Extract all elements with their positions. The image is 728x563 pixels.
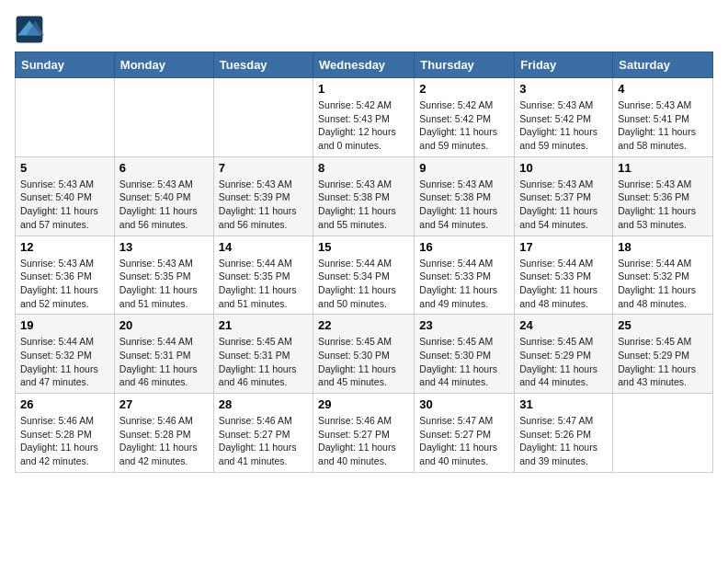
calendar-cell: 1Sunrise: 5:42 AM Sunset: 5:43 PM Daylig… (313, 78, 415, 157)
day-info: Sunrise: 5:45 AM Sunset: 5:31 PM Dayligh… (219, 335, 308, 389)
calendar-cell (114, 78, 213, 157)
day-number: 1 (318, 82, 409, 96)
week-row-3: 12Sunrise: 5:43 AM Sunset: 5:36 PM Dayli… (16, 236, 713, 315)
day-number: 8 (318, 161, 409, 175)
day-number: 9 (419, 161, 509, 175)
day-number: 22 (318, 318, 409, 332)
calendar-cell: 14Sunrise: 5:44 AM Sunset: 5:35 PM Dayli… (213, 236, 313, 315)
day-number: 10 (519, 161, 608, 175)
calendar-cell (213, 78, 313, 157)
calendar-cell: 9Sunrise: 5:43 AM Sunset: 5:38 PM Daylig… (415, 156, 515, 236)
day-info: Sunrise: 5:43 AM Sunset: 5:42 PM Dayligh… (519, 98, 608, 153)
day-info: Sunrise: 5:45 AM Sunset: 5:29 PM Dayligh… (618, 335, 708, 389)
day-info: Sunrise: 5:42 AM Sunset: 5:43 PM Dayligh… (318, 98, 409, 153)
day-number: 20 (119, 318, 209, 332)
calendar-cell: 19Sunrise: 5:44 AM Sunset: 5:32 PM Dayli… (16, 315, 115, 394)
calendar-cell: 4Sunrise: 5:43 AM Sunset: 5:41 PM Daylig… (613, 78, 713, 157)
week-row-1: 1Sunrise: 5:42 AM Sunset: 5:43 PM Daylig… (16, 78, 713, 157)
header-tuesday: Tuesday (213, 52, 313, 78)
calendar-cell: 29Sunrise: 5:46 AM Sunset: 5:27 PM Dayli… (313, 394, 415, 473)
page-header (15, 15, 713, 44)
day-number: 4 (618, 82, 708, 96)
calendar-cell: 18Sunrise: 5:44 AM Sunset: 5:32 PM Dayli… (613, 236, 713, 315)
day-number: 28 (219, 397, 308, 411)
day-info: Sunrise: 5:43 AM Sunset: 5:38 PM Dayligh… (419, 178, 509, 232)
day-info: Sunrise: 5:43 AM Sunset: 5:40 PM Dayligh… (20, 178, 109, 232)
day-info: Sunrise: 5:43 AM Sunset: 5:40 PM Dayligh… (119, 178, 209, 232)
day-info: Sunrise: 5:43 AM Sunset: 5:39 PM Dayligh… (219, 178, 308, 232)
day-info: Sunrise: 5:46 AM Sunset: 5:27 PM Dayligh… (219, 414, 308, 468)
header-friday: Friday (515, 52, 613, 78)
day-info: Sunrise: 5:43 AM Sunset: 5:36 PM Dayligh… (20, 257, 109, 311)
day-info: Sunrise: 5:44 AM Sunset: 5:32 PM Dayligh… (618, 257, 708, 311)
calendar-cell: 8Sunrise: 5:43 AM Sunset: 5:38 PM Daylig… (313, 156, 415, 236)
calendar-cell: 16Sunrise: 5:44 AM Sunset: 5:33 PM Dayli… (415, 236, 515, 315)
day-number: 15 (318, 240, 409, 254)
header-thursday: Thursday (415, 52, 515, 78)
day-number: 17 (519, 240, 608, 254)
calendar-cell: 20Sunrise: 5:44 AM Sunset: 5:31 PM Dayli… (114, 315, 213, 394)
calendar-header: SundayMondayTuesdayWednesdayThursdayFrid… (16, 52, 713, 78)
week-row-2: 5Sunrise: 5:43 AM Sunset: 5:40 PM Daylig… (16, 156, 713, 236)
day-number: 30 (419, 397, 509, 411)
calendar-cell: 28Sunrise: 5:46 AM Sunset: 5:27 PM Dayli… (213, 394, 313, 473)
calendar-cell: 25Sunrise: 5:45 AM Sunset: 5:29 PM Dayli… (613, 315, 713, 394)
day-number: 6 (119, 161, 209, 175)
day-number: 29 (318, 397, 409, 411)
calendar-cell (16, 78, 115, 157)
day-number: 2 (419, 82, 509, 96)
logo (15, 15, 48, 44)
calendar-cell: 17Sunrise: 5:44 AM Sunset: 5:33 PM Dayli… (515, 236, 613, 315)
day-info: Sunrise: 5:46 AM Sunset: 5:28 PM Dayligh… (20, 414, 109, 468)
day-number: 16 (419, 240, 509, 254)
calendar-cell: 31Sunrise: 5:47 AM Sunset: 5:26 PM Dayli… (515, 394, 613, 473)
header-saturday: Saturday (613, 52, 713, 78)
day-number: 7 (219, 161, 308, 175)
calendar-cell: 22Sunrise: 5:45 AM Sunset: 5:30 PM Dayli… (313, 315, 415, 394)
day-info: Sunrise: 5:45 AM Sunset: 5:30 PM Dayligh… (318, 335, 409, 389)
day-info: Sunrise: 5:46 AM Sunset: 5:27 PM Dayligh… (318, 414, 409, 468)
logo-icon (15, 15, 44, 44)
day-info: Sunrise: 5:44 AM Sunset: 5:34 PM Dayligh… (318, 257, 409, 311)
day-info: Sunrise: 5:47 AM Sunset: 5:27 PM Dayligh… (419, 414, 509, 468)
day-info: Sunrise: 5:43 AM Sunset: 5:36 PM Dayligh… (618, 178, 708, 232)
day-info: Sunrise: 5:47 AM Sunset: 5:26 PM Dayligh… (519, 414, 608, 468)
calendar-cell: 24Sunrise: 5:45 AM Sunset: 5:29 PM Dayli… (515, 315, 613, 394)
day-info: Sunrise: 5:42 AM Sunset: 5:42 PM Dayligh… (419, 98, 509, 153)
day-number: 18 (618, 240, 708, 254)
calendar-cell: 11Sunrise: 5:43 AM Sunset: 5:36 PM Dayli… (613, 156, 713, 236)
header-sunday: Sunday (16, 52, 115, 78)
day-number: 27 (119, 397, 209, 411)
calendar-cell: 7Sunrise: 5:43 AM Sunset: 5:39 PM Daylig… (213, 156, 313, 236)
calendar-cell: 30Sunrise: 5:47 AM Sunset: 5:27 PM Dayli… (415, 394, 515, 473)
calendar-cell: 27Sunrise: 5:46 AM Sunset: 5:28 PM Dayli… (114, 394, 213, 473)
week-row-5: 26Sunrise: 5:46 AM Sunset: 5:28 PM Dayli… (16, 394, 713, 473)
calendar-cell: 12Sunrise: 5:43 AM Sunset: 5:36 PM Dayli… (16, 236, 115, 315)
day-number: 26 (20, 397, 109, 411)
day-number: 24 (519, 318, 608, 332)
day-number: 5 (20, 161, 109, 175)
calendar-cell: 15Sunrise: 5:44 AM Sunset: 5:34 PM Dayli… (313, 236, 415, 315)
calendar-cell: 21Sunrise: 5:45 AM Sunset: 5:31 PM Dayli… (213, 315, 313, 394)
calendar-cell: 5Sunrise: 5:43 AM Sunset: 5:40 PM Daylig… (16, 156, 115, 236)
day-info: Sunrise: 5:43 AM Sunset: 5:37 PM Dayligh… (519, 178, 608, 232)
day-info: Sunrise: 5:45 AM Sunset: 5:29 PM Dayligh… (519, 335, 608, 389)
day-number: 23 (419, 318, 509, 332)
week-row-4: 19Sunrise: 5:44 AM Sunset: 5:32 PM Dayli… (16, 315, 713, 394)
day-info: Sunrise: 5:44 AM Sunset: 5:35 PM Dayligh… (219, 257, 308, 311)
calendar-cell: 6Sunrise: 5:43 AM Sunset: 5:40 PM Daylig… (114, 156, 213, 236)
day-number: 25 (618, 318, 708, 332)
day-info: Sunrise: 5:44 AM Sunset: 5:31 PM Dayligh… (119, 335, 209, 389)
calendar-cell: 13Sunrise: 5:43 AM Sunset: 5:35 PM Dayli… (114, 236, 213, 315)
day-info: Sunrise: 5:44 AM Sunset: 5:32 PM Dayligh… (20, 335, 109, 389)
day-number: 14 (219, 240, 308, 254)
day-info: Sunrise: 5:43 AM Sunset: 5:41 PM Dayligh… (618, 98, 708, 153)
header-row: SundayMondayTuesdayWednesdayThursdayFrid… (16, 52, 713, 78)
day-info: Sunrise: 5:43 AM Sunset: 5:35 PM Dayligh… (119, 257, 209, 311)
day-number: 12 (20, 240, 109, 254)
calendar-cell: 23Sunrise: 5:45 AM Sunset: 5:30 PM Dayli… (415, 315, 515, 394)
day-number: 31 (519, 397, 608, 411)
header-wednesday: Wednesday (313, 52, 415, 78)
day-info: Sunrise: 5:44 AM Sunset: 5:33 PM Dayligh… (419, 257, 509, 311)
calendar-cell: 10Sunrise: 5:43 AM Sunset: 5:37 PM Dayli… (515, 156, 613, 236)
